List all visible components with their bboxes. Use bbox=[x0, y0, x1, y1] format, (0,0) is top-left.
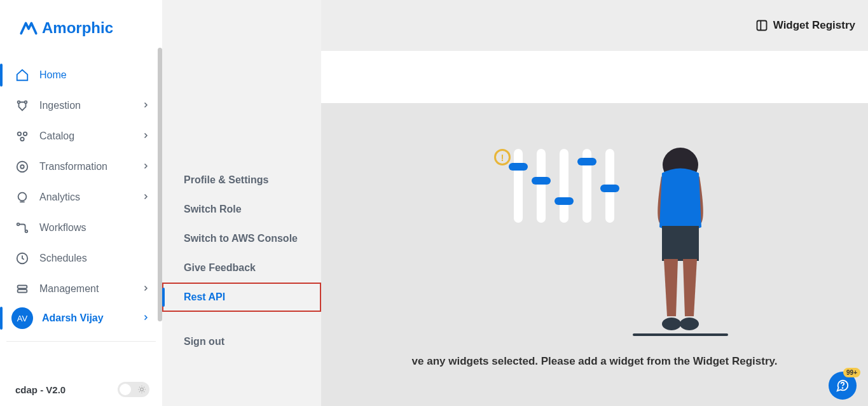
svg-point-3 bbox=[24, 132, 27, 136]
catalog-icon bbox=[15, 129, 29, 143]
svg-point-19 bbox=[843, 388, 843, 388]
warning-icon: ! bbox=[494, 149, 511, 165]
submenu-rest-api[interactable]: Rest API bbox=[162, 283, 321, 312]
nav-label: Workflows bbox=[39, 222, 149, 234]
sliders-illustration bbox=[514, 149, 614, 223]
toggle-knob bbox=[120, 384, 131, 395]
workflows-icon bbox=[15, 221, 29, 235]
submenu-sign-out[interactable]: Sign out bbox=[162, 327, 321, 356]
svg-point-2 bbox=[18, 132, 22, 136]
sidebar-item-home[interactable]: Home bbox=[0, 60, 162, 90]
chevron-right-icon bbox=[142, 192, 149, 203]
nav-list: Home Ingestion Catalog Transformation bbox=[0, 48, 162, 373]
svg-point-6 bbox=[17, 162, 28, 172]
empty-illustration: ! bbox=[474, 141, 715, 345]
svg-point-13 bbox=[141, 388, 144, 391]
management-icon bbox=[15, 282, 29, 296]
logo[interactable]: Amorphic bbox=[19, 19, 143, 37]
submenu-give-feedback[interactable]: Give Feedback bbox=[162, 253, 321, 283]
sidebar: Amorphic Home Ingestion Catalog bbox=[0, 0, 162, 406]
svg-rect-11 bbox=[18, 286, 27, 289]
nav-label: Ingestion bbox=[39, 100, 132, 111]
logo-text: Amorphic bbox=[42, 19, 113, 37]
chevron-right-icon bbox=[142, 130, 149, 142]
svg-rect-12 bbox=[18, 290, 27, 293]
scrollbar[interactable] bbox=[158, 48, 162, 321]
schedules-icon bbox=[15, 251, 29, 265]
svg-point-8 bbox=[17, 223, 20, 226]
sidebar-item-management[interactable]: Management bbox=[0, 274, 162, 304]
svg-point-0 bbox=[18, 101, 20, 104]
sidebar-item-schedules[interactable]: Schedules bbox=[0, 243, 162, 274]
svg-rect-16 bbox=[662, 226, 699, 261]
layout-icon bbox=[755, 19, 768, 32]
svg-point-18 bbox=[680, 318, 699, 330]
svg-point-4 bbox=[20, 137, 24, 141]
svg-point-9 bbox=[25, 230, 28, 233]
main-area: ! ve any widgets selected. Please add a … bbox=[321, 103, 868, 406]
sidebar-user[interactable]: AV Adarsh Vijay bbox=[0, 303, 162, 333]
chevron-right-icon bbox=[142, 312, 149, 324]
nav-label: Schedules bbox=[39, 253, 149, 264]
submenu-switch-aws[interactable]: Switch to AWS Console bbox=[162, 224, 321, 253]
sidebar-item-catalog[interactable]: Catalog bbox=[0, 121, 162, 151]
widget-registry-button[interactable]: Widget Registry bbox=[755, 19, 855, 32]
chevron-right-icon bbox=[142, 283, 149, 295]
nav-label: Catalog bbox=[39, 130, 132, 142]
ingestion-icon bbox=[15, 99, 29, 113]
svg-point-5 bbox=[20, 165, 24, 169]
gap bbox=[162, 312, 321, 327]
avatar: AV bbox=[11, 307, 33, 329]
sidebar-item-transformation[interactable]: Transformation bbox=[0, 151, 162, 182]
sidebar-item-analytics[interactable]: Analytics bbox=[0, 182, 162, 213]
user-name: Adarsh Vijay bbox=[42, 312, 133, 324]
notification-badge: 99+ bbox=[843, 368, 860, 377]
analytics-icon bbox=[15, 190, 29, 204]
svg-point-17 bbox=[662, 318, 681, 330]
svg-rect-14 bbox=[757, 21, 766, 31]
top-bar: Widget Registry bbox=[321, 0, 868, 51]
person-illustration bbox=[643, 144, 718, 335]
submenu-profile-settings[interactable]: Profile & Settings bbox=[162, 165, 321, 195]
home-icon bbox=[15, 68, 29, 82]
sidebar-item-ingestion[interactable]: Ingestion bbox=[0, 90, 162, 121]
divider bbox=[6, 341, 156, 342]
content-header bbox=[321, 51, 868, 103]
svg-point-7 bbox=[18, 193, 27, 201]
sidebar-footer: cdap - V2.0 bbox=[0, 373, 162, 406]
nav-label: Analytics bbox=[39, 192, 132, 203]
submenu-switch-role[interactable]: Switch Role bbox=[162, 195, 321, 224]
logo-area: Amorphic bbox=[0, 0, 162, 48]
help-button[interactable]: 99+ bbox=[829, 372, 857, 400]
chevron-right-icon bbox=[142, 161, 149, 172]
theme-toggle[interactable] bbox=[118, 382, 149, 397]
transformation-icon bbox=[15, 160, 29, 174]
svg-point-1 bbox=[25, 101, 27, 104]
sun-icon bbox=[137, 385, 146, 394]
logo-icon bbox=[19, 20, 38, 36]
widget-registry-label: Widget Registry bbox=[773, 19, 855, 32]
user-submenu: Profile & Settings Switch Role Switch to… bbox=[162, 0, 321, 406]
nav-label: Transformation bbox=[39, 161, 132, 172]
chat-icon bbox=[836, 379, 850, 393]
shadow bbox=[633, 333, 728, 336]
chevron-right-icon bbox=[142, 100, 149, 111]
nav-label: Management bbox=[39, 283, 132, 295]
empty-state-text: ve any widgets selected. Please add a wi… bbox=[321, 355, 868, 368]
version-label: cdap - V2.0 bbox=[15, 384, 65, 395]
sidebar-item-workflows[interactable]: Workflows bbox=[0, 213, 162, 243]
nav-label: Home bbox=[39, 69, 149, 81]
